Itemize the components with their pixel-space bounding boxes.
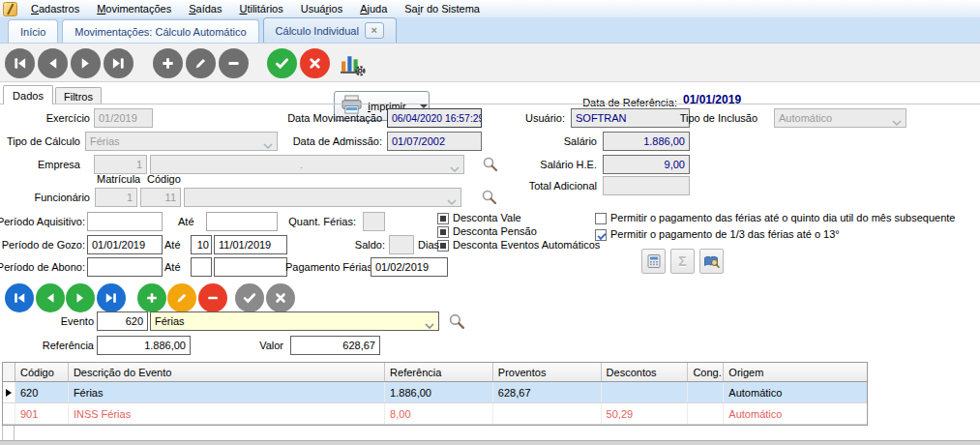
periodo-gozo-dias-field[interactable]: 10 [191,235,212,254]
status-bar [0,440,980,445]
app-logo-icon [3,2,17,16]
menu-cadastros[interactable]: Cadastros [22,0,88,17]
funcionario-nome-select[interactable] [184,188,461,207]
evento-descricao-select[interactable]: Férias [150,312,439,331]
empresa-search-icon[interactable] [482,156,498,174]
permitir-quinto-dia-checkbox[interactable] [595,213,607,224]
funcionario-search-icon[interactable] [481,189,497,207]
valor-field[interactable]: 628,67 [290,336,380,355]
event-add-button[interactable] [137,283,166,312]
periodo-abono-de-field[interactable] [87,257,163,277]
print-dropdown-caret[interactable] [420,104,428,108]
col-header-referencia[interactable]: Referência [385,363,493,381]
event-edit-button[interactable] [167,283,196,312]
referencia-label: Referência [36,336,94,355]
evento-label: Evento [36,312,94,331]
evento-codigo-field[interactable]: 620 [97,312,148,331]
nav-next-button[interactable] [71,48,101,78]
cancel-button[interactable] [300,48,330,78]
delete-record-button[interactable] [219,48,249,78]
pagamento-ferias-label: Pagamento Férias: [285,257,368,277]
saldo-label: Saldo: [337,235,385,254]
empresa-codigo-field[interactable]: 1 [94,155,147,174]
salario-he-field[interactable]: 9,00 [603,155,690,174]
periodo-abono-ate-field[interactable] [214,257,287,277]
tab-filtros[interactable]: Filtros [55,87,102,104]
nav-last-button[interactable] [104,48,134,78]
exercicio-label: Exercício [13,108,90,128]
grid-row-901[interactable]: 901 INSS Férias 8,00 50,29 Automático [3,403,867,425]
event-nav-prev-button[interactable] [36,283,65,312]
periodo-gozo-de-field[interactable]: 01/01/2019 [87,235,163,254]
sum-button[interactable]: Σ [670,249,695,274]
evento-search-icon[interactable] [448,312,465,332]
tab-movimentacoes-calculo-automatico[interactable]: Movimentações: Cálculo Automático [62,19,258,43]
col-header-origem[interactable]: Origem [724,363,867,381]
tipo-calculo-select[interactable]: Férias [85,132,278,151]
quant-ferias-field[interactable] [363,212,385,231]
exercicio-field[interactable]: 01/2019 [94,108,153,128]
total-adicional-label: Total Adicional [510,176,597,195]
col-header-proventos[interactable]: Proventos [493,363,602,381]
data-admissao-field[interactable]: 01/07/2002 [387,132,482,151]
event-nav-next-button[interactable] [66,283,95,312]
funcionario-matricula-field[interactable]: 1 [95,188,137,207]
permitir-terco-label: Permitir o pagamento de 1/3 das férias a… [610,227,840,242]
col-header-codigo[interactable]: Código [15,363,69,381]
menu-usuarios[interactable]: Usuários [292,0,351,17]
grid-gutter-extension [2,426,15,440]
funcionario-codigo-field[interactable]: 11 [140,188,181,207]
tab-inicio[interactable]: Início [8,19,58,43]
periodo-gozo-ate-field[interactable]: 11/01/2019 [214,235,287,254]
col-header-descricao[interactable]: Descrição do Evento [69,363,385,381]
periodo-aquisitivo-de-field[interactable] [87,212,163,231]
desconta-vale-checkbox[interactable] [437,213,449,224]
periodo-aquisitivo-ate-field[interactable] [206,212,278,231]
tab-close-icon[interactable]: × [365,22,384,39]
referencia-field[interactable]: 1.886,00 [97,336,191,355]
add-record-button[interactable] [153,48,183,78]
data-admissao-label: Data de Admissão: [281,132,382,151]
empresa-label: Empresa [13,155,80,174]
event-nav-last-button[interactable] [97,283,126,312]
nav-prev-button[interactable] [38,48,68,78]
valor-label: Valor [225,336,283,355]
menu-ajuda[interactable]: Ajuda [351,0,396,17]
menu-sair-do-sistema[interactable]: Sair do Sistema [396,0,489,17]
matricula-header-label: Matrícula [97,173,150,186]
chevron-down-icon [447,195,457,207]
total-adicional-field[interactable] [603,176,690,195]
salario-label: Salário [520,132,597,151]
event-cancel-button[interactable] [266,283,295,312]
event-delete-button[interactable] [198,283,227,312]
grid-row-620[interactable]: 620 Férias 1.886,00 628,67 Automático [3,382,867,403]
calculator-button[interactable] [641,249,666,274]
col-header-descontos[interactable]: Descontos [602,363,689,381]
saldo-field[interactable] [389,235,414,254]
chart-settings-icon[interactable] [338,48,368,78]
menu-saidas[interactable]: Saídas [180,0,230,17]
periodo-abono-dias-field[interactable] [191,257,212,277]
event-nav-first-button[interactable] [5,283,34,312]
empresa-nome-select[interactable]: . [150,155,464,174]
menu-utilitarios[interactable]: Utilitários [230,0,291,17]
salario-field[interactable]: 1.886,00 [603,132,690,151]
tipo-calculo-label: Tipo de Cálculo [0,132,80,151]
pagamento-ferias-field[interactable]: 01/02/2019 [371,257,448,277]
col-header-cong[interactable]: Cong. [688,363,724,381]
tipo-inclusao-select[interactable]: Automático [774,108,906,128]
document-tab-strip: Início Movimentações: Cálculo Automático… [0,17,980,44]
permitir-terco-checkbox[interactable] [595,229,607,241]
event-confirm-button[interactable] [235,283,264,312]
tab-dados[interactable]: Dados [3,85,53,104]
desconta-vale-label: Desconta Vale [453,211,521,225]
desconta-pensao-label: Desconta Pensão [453,224,537,239]
edit-record-button[interactable] [186,48,216,78]
confirm-button[interactable] [267,48,297,78]
calculator-icon [646,253,662,269]
consult-button[interactable] [699,249,724,274]
tab-calculo-individual[interactable]: Cálculo Individual × [263,17,397,43]
form-tabs-divider [0,104,980,104]
nav-first-button[interactable] [5,48,35,78]
menu-movimentacoes[interactable]: Movimentações [88,0,180,17]
